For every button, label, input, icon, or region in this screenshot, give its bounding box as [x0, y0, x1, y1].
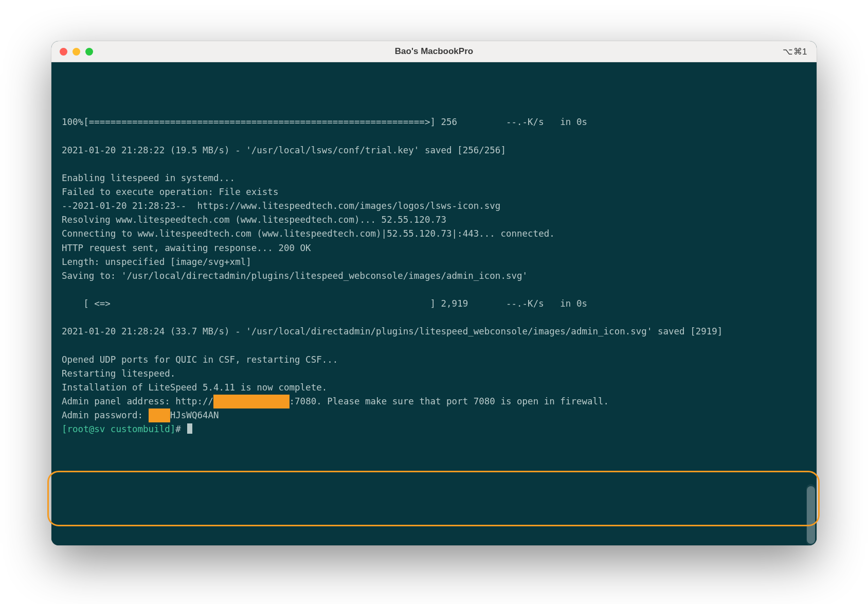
terminal-line: Restarting litespeed.: [62, 367, 806, 381]
terminal-line: --2021-01-20 21:28:23-- https://www.lite…: [62, 199, 806, 213]
terminal-line: Resolving www.litespeedtech.com (www.lit…: [62, 213, 806, 227]
terminal-line: 2021-01-20 21:28:22 (19.5 MB/s) - '/usr/…: [62, 144, 806, 157]
terminal-line: 100%[===================================…: [62, 115, 806, 129]
terminal-line: [ <=> ] 2,919 --.-K/s in 0s: [62, 297, 806, 311]
window-title: Bao's MacbookPro: [51, 46, 817, 57]
cursor-icon: [187, 423, 192, 434]
prompt-close-bracket: ]: [170, 424, 176, 434]
titlebar: Bao's MacbookPro ⌥⌘1: [51, 41, 817, 62]
terminal-line: [62, 101, 806, 115]
maximize-button[interactable]: [85, 48, 93, 56]
redacted-password-part: [149, 408, 170, 422]
admin-address-line: Admin panel address: http:// :7080. Plea…: [62, 395, 806, 408]
minimize-button[interactable]: [73, 48, 80, 56]
scrollbar-thumb[interactable]: [807, 486, 815, 544]
prompt-user: root@sv: [67, 424, 105, 434]
window-controls: [51, 48, 93, 56]
terminal-line: Enabling litespeed in systemd...: [62, 171, 806, 185]
terminal-line: 2021-01-20 21:28:24 (33.7 MB/s) - '/usr/…: [62, 325, 806, 339]
terminal-line: [62, 283, 806, 297]
prompt-dir: custombuild: [111, 424, 170, 434]
prompt-sign: #: [175, 424, 181, 434]
terminal-body[interactable]: 100%[===================================…: [51, 62, 817, 545]
terminal-line: [62, 339, 806, 352]
window-shortcut: ⌥⌘1: [783, 46, 807, 57]
terminal-line: [62, 157, 806, 171]
admin-password-suffix: HJsWQ64AN: [170, 410, 219, 420]
admin-password-prefix: Admin password:: [62, 410, 149, 420]
terminal-line: [62, 130, 806, 144]
terminal-line: Opened UDP ports for QUIC in CSF, restar…: [62, 353, 806, 367]
terminal-line: Length: unspecified [image/svg+xml]: [62, 255, 806, 269]
terminal-line: Saving to: '/usr/local/directadmin/plugi…: [62, 269, 806, 283]
prompt-open-bracket: [: [62, 424, 67, 434]
admin-password-line: Admin password: HJsWQ64AN: [62, 408, 806, 422]
terminal-line: Installation of LiteSpeed 5.4.11 is now …: [62, 381, 806, 395]
terminal-window: Bao's MacbookPro ⌥⌘1 100%[==============…: [51, 41, 817, 545]
terminal-line: HTTP request sent, awaiting response... …: [62, 241, 806, 255]
terminal-line: [62, 311, 806, 325]
terminal-line: Failed to execute operation: File exists: [62, 185, 806, 199]
admin-address-prefix: Admin panel address: http://: [62, 396, 213, 406]
close-button[interactable]: [60, 48, 67, 56]
terminal-line: Connecting to www.litespeedtech.com (www…: [62, 227, 806, 241]
redacted-ip: [213, 395, 290, 408]
admin-address-suffix: :7080. Please make sure that port 7080 i…: [290, 396, 609, 406]
prompt-line[interactable]: [root@sv custombuild]#: [62, 422, 806, 436]
